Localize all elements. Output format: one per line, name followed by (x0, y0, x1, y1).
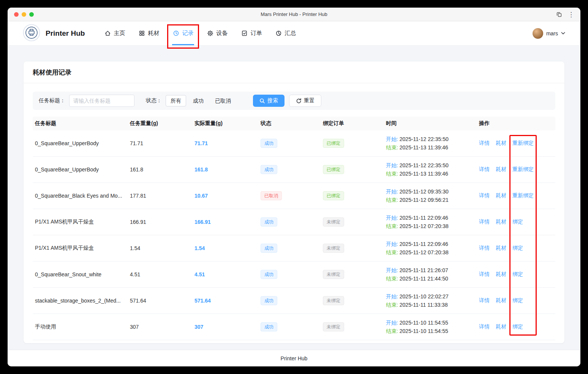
start-time-value: 2025-11-10 22:02:27 (400, 293, 449, 300)
order-badge: 已绑定 (323, 139, 344, 148)
search-button-label: 搜索 (267, 97, 278, 104)
task-weight-cell: 177.81 (128, 193, 192, 199)
bind-action-link[interactable]: 绑定 (512, 323, 523, 330)
bind-action-link[interactable]: 绑定 (512, 297, 523, 304)
task-title-cell: 0_SquareBear_UpperBody (33, 140, 128, 146)
task-weight-cell: 4.51 (128, 271, 192, 277)
actual-weight-cell: 71.71 (192, 140, 258, 146)
detail-link[interactable]: 详情 (479, 323, 490, 330)
time-cell: 开始: 2025-11-11 22:09:46 结束: 2025-11-12 0… (384, 240, 477, 257)
detail-link[interactable]: 详情 (479, 219, 490, 225)
nav-item-summary[interactable]: 汇总 (275, 21, 296, 45)
actual-weight-cell: 571.64 (192, 298, 258, 304)
page-title: 耗材使用记录 (33, 68, 555, 77)
end-time-label: 结束: (386, 144, 398, 151)
start-time-value: 2025-11-11 22:09:46 (400, 215, 448, 221)
nav-item-orders[interactable]: 订单 (241, 21, 262, 45)
end-time-label: 结束: (386, 249, 398, 255)
status-badge: 成功 (261, 270, 277, 279)
reset-button-label: 重置 (304, 97, 315, 104)
avatar (533, 28, 543, 39)
bind-action-link[interactable]: 重新绑定 (512, 192, 534, 199)
consumable-link[interactable]: 耗材 (496, 140, 506, 147)
task-title-label: 任务标题： (39, 97, 65, 104)
bind-action-link[interactable]: 重新绑定 (512, 140, 534, 147)
reset-button[interactable]: 重置 (289, 95, 321, 107)
search-button[interactable]: 搜索 (253, 95, 285, 107)
start-time-value: 2025-11-10 11:54:55 (400, 320, 448, 326)
end-time-value: 2025-11-13 11:39:46 (400, 144, 448, 151)
detail-link[interactable]: 详情 (479, 192, 490, 199)
nav-item-consumables[interactable]: 耗材 (139, 21, 159, 45)
bind-action-link[interactable]: 绑定 (512, 245, 523, 252)
time-cell: 开始: 2025-11-12 22:35:50 结束: 2025-11-13 1… (384, 161, 477, 178)
time-cell: 开始: 2025-11-10 11:54:55 结束: 2025-11-10 1… (384, 319, 477, 335)
app-logo (23, 24, 40, 43)
detail-link[interactable]: 详情 (479, 140, 490, 147)
column-header-bound-order: 绑定订单 (321, 120, 384, 127)
detail-link[interactable]: 详情 (479, 271, 490, 278)
detail-link[interactable]: 详情 (479, 166, 490, 173)
time-cell: 开始: 2025-11-11 22:09:46 结束: 2025-11-12 0… (384, 214, 477, 230)
consumable-link[interactable]: 耗材 (496, 323, 506, 330)
nav-item-devices[interactable]: 设备 (207, 21, 228, 45)
end-time-label: 结束: (386, 328, 398, 334)
table-header-row: 任务标题 任务重量(g) 实际重量(g) 状态 绑定订单 时间 操作 (33, 117, 555, 130)
task-weight-cell: 71.71 (128, 140, 192, 146)
table-row: 0_SquareBear_Snout_white 4.51 4.51 成功 未绑… (33, 261, 555, 288)
task-weight-cell: 307 (128, 324, 192, 330)
end-time-value: 2025-11-11 21:44:50 (400, 276, 448, 282)
clock-icon (173, 30, 179, 36)
end-time-label: 结束: (386, 171, 398, 177)
start-time-label: 开始: (386, 241, 398, 247)
status-filter-group: 所有 成功 已取消 (166, 95, 236, 106)
detail-link[interactable]: 详情 (479, 297, 490, 304)
order-badge: 未绑定 (323, 296, 344, 305)
order-badge: 未绑定 (323, 217, 344, 227)
user-name: mars (546, 30, 558, 36)
table-row: 0_SquareBear_UpperBody 71.71 71.71 成功 已绑… (33, 130, 555, 157)
column-header-status: 状态 (258, 120, 321, 127)
task-title-input[interactable] (69, 95, 134, 107)
consumable-link[interactable]: 耗材 (496, 166, 506, 173)
consumable-link[interactable]: 耗材 (496, 192, 506, 199)
footer: Printer Hub (8, 350, 580, 366)
consumable-link[interactable]: 耗材 (496, 245, 506, 252)
task-title-cell: P1/X1 AMS机甲风干燥盒 (33, 219, 128, 225)
actual-weight-cell: 166.91 (192, 219, 258, 225)
end-time-value: 2025-11-13 11:39:46 (400, 171, 448, 177)
bind-action-link[interactable]: 绑定 (512, 271, 523, 278)
status-badge: 成功 (261, 322, 277, 331)
bind-action-link[interactable]: 绑定 (512, 219, 523, 225)
actual-weight-cell: 307 (192, 324, 258, 330)
status-option-all[interactable]: 所有 (166, 95, 186, 106)
bind-action-link[interactable]: 重新绑定 (512, 166, 534, 173)
consumable-link[interactable]: 耗材 (496, 219, 506, 225)
status-option-cancelled[interactable]: 已取消 (210, 95, 236, 106)
nav-item-home[interactable]: 主页 (104, 21, 125, 45)
menu-kebab-icon[interactable]: ⋮ (568, 11, 574, 18)
minimize-window-button[interactable] (22, 12, 26, 17)
status-option-success[interactable]: 成功 (188, 95, 208, 106)
consumable-link[interactable]: 耗材 (496, 297, 506, 304)
table-row: 手动使用 307 307 成功 未绑定 开始: 2025-11-10 11:54… (33, 314, 555, 340)
detail-link[interactable]: 详情 (479, 245, 490, 252)
end-time-value: 2025-11-11 11:33:38 (400, 302, 448, 308)
task-title-cell: 手动使用 (33, 323, 128, 330)
close-window-button[interactable] (14, 12, 19, 17)
task-weight-cell: 166.91 (128, 219, 192, 225)
end-time-label: 结束: (386, 302, 398, 308)
chevron-down-icon (561, 32, 565, 35)
nav-label: 主页 (114, 30, 125, 37)
consumable-link[interactable]: 耗材 (496, 271, 506, 278)
nav-item-records[interactable]: 记录 (173, 21, 193, 45)
summary-icon (275, 30, 282, 36)
nav-label: 订单 (250, 30, 262, 37)
column-header-time: 时间 (384, 120, 477, 127)
status-badge: 已取消 (261, 191, 282, 200)
start-time-label: 开始: (386, 162, 398, 168)
user-menu[interactable]: mars (533, 21, 565, 45)
zoom-window-button[interactable] (29, 12, 34, 17)
extensions-icon[interactable] (556, 11, 562, 17)
order-badge: 未绑定 (323, 322, 344, 331)
